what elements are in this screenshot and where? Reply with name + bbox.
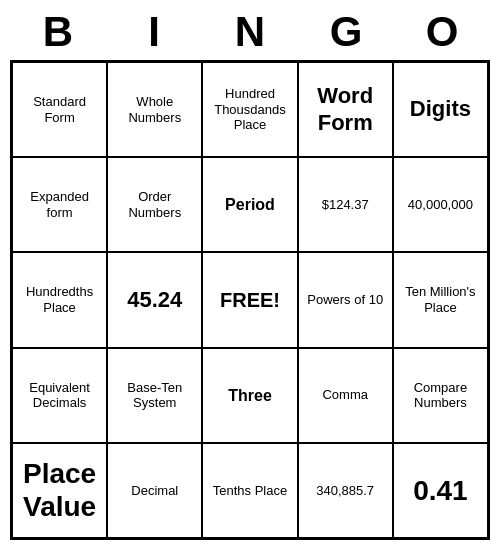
bingo-cell-21: Decimal xyxy=(107,443,202,538)
bingo-cell-15: Equivalent Decimals xyxy=(12,348,107,443)
bingo-cell-6: Order Numbers xyxy=(107,157,202,252)
bingo-cell-7: Period xyxy=(202,157,297,252)
header-letter-o: O xyxy=(398,8,486,56)
bingo-cell-8: $124.37 xyxy=(298,157,393,252)
bingo-cell-9: 40,000,000 xyxy=(393,157,488,252)
bingo-cell-23: 340,885.7 xyxy=(298,443,393,538)
bingo-cell-24: 0.41 xyxy=(393,443,488,538)
header-letter-g: G xyxy=(302,8,390,56)
bingo-cell-12: FREE! xyxy=(202,252,297,347)
bingo-cell-20: Place Value xyxy=(12,443,107,538)
header-letter-i: I xyxy=(110,8,198,56)
bingo-cell-14: Ten Million's Place xyxy=(393,252,488,347)
bingo-cell-17: Three xyxy=(202,348,297,443)
bingo-cell-5: Expanded form xyxy=(12,157,107,252)
bingo-cell-4: Digits xyxy=(393,62,488,157)
bingo-grid: Standard FormWhole NumbersHundred Thousd… xyxy=(10,60,490,540)
bingo-cell-22: Tenths Place xyxy=(202,443,297,538)
bingo-cell-11: 45.24 xyxy=(107,252,202,347)
bingo-cell-19: Compare Numbers xyxy=(393,348,488,443)
bingo-cell-13: Powers of 10 xyxy=(298,252,393,347)
bingo-cell-18: Comma xyxy=(298,348,393,443)
header-letter-b: B xyxy=(14,8,102,56)
bingo-cell-10: Hundredths Place xyxy=(12,252,107,347)
bingo-cell-3: Word Form xyxy=(298,62,393,157)
bingo-header: BINGO xyxy=(10,0,490,60)
header-letter-n: N xyxy=(206,8,294,56)
bingo-cell-2: Hundred Thousdands Place xyxy=(202,62,297,157)
bingo-cell-0: Standard Form xyxy=(12,62,107,157)
bingo-cell-1: Whole Numbers xyxy=(107,62,202,157)
bingo-cell-16: Base-Ten System xyxy=(107,348,202,443)
